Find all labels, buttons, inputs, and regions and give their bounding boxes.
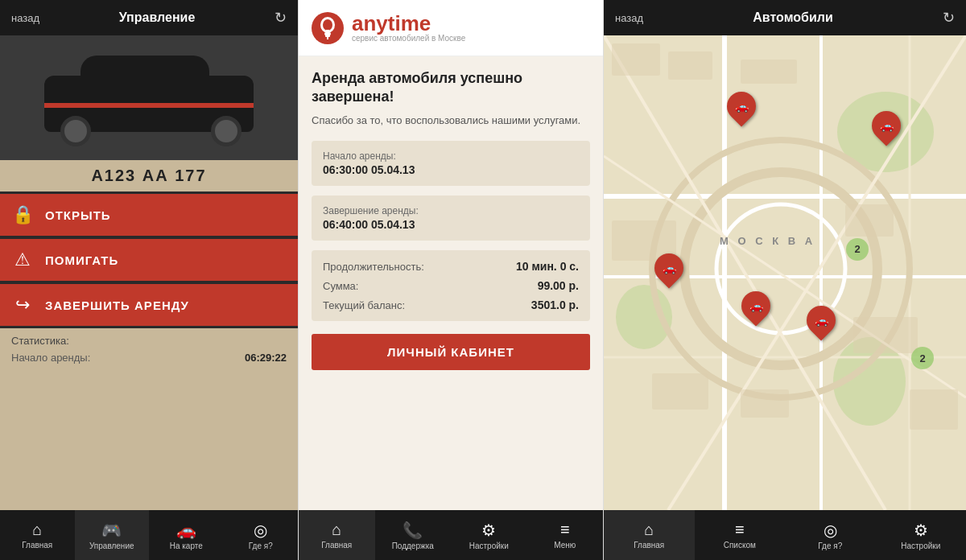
p3-back-button[interactable]: назад — [615, 12, 643, 24]
map-cluster-2[interactable]: 2 — [911, 347, 934, 369]
pin-head-2: 🚗 — [866, 105, 907, 146]
map-pin-1[interactable]: 🚗 — [727, 92, 756, 121]
panel2-nav: ⌂ Главная 📞 Поддержка ⚙ Настройки ≡ Меню — [299, 510, 603, 560]
cluster-count-1: 2 — [854, 243, 860, 255]
phone-icon: 📞 — [402, 521, 423, 540]
nav-map-label: На карте — [170, 541, 203, 550]
brand-tagline: сервис автомобилей в Москве — [352, 34, 465, 43]
p3-nav-settings[interactable]: ⚙ Настройки — [876, 510, 967, 560]
nav-home[interactable]: ⌂ Главная — [0, 510, 75, 560]
panel2-content: Аренда автомобиля успешно завершена! Спа… — [299, 56, 603, 510]
panel3-nav: ⌂ Главная ≡ Списком ◎ Где я? ⚙ Настройки — [604, 510, 966, 560]
plate-area: А123 АА 177 — [0, 160, 298, 191]
map-pin-2[interactable]: 🚗 — [872, 111, 901, 140]
p2-nav-settings-label: Настройки — [469, 541, 509, 550]
stats-start-value: 06:29:22 — [245, 352, 287, 364]
p2-nav-menu[interactable]: ≡ Меню — [527, 510, 604, 560]
p3-nav-where[interactable]: ◎ Где я? — [785, 510, 876, 560]
back-button[interactable]: назад — [11, 12, 39, 24]
warning-icon: ⚠ — [11, 249, 34, 270]
pin-head-3: 🚗 — [649, 247, 690, 288]
map-cluster-1[interactable]: 2 — [846, 238, 869, 261]
brand-area: anytime сервис автомобилей в Москве — [352, 13, 465, 43]
target-icon: ◎ — [254, 521, 267, 540]
car-pin-icon-4: 🚗 — [749, 299, 763, 312]
stats-area: Статистика: Начало аренды: 06:29:22 — [0, 328, 298, 510]
map-pin-5[interactable]: 🚗 — [807, 306, 836, 335]
home-icon-p2: ⌂ — [332, 521, 341, 539]
end-label: Завершение аренды: — [323, 205, 579, 216]
car-stripe — [44, 103, 254, 108]
p3-title: Автомобили — [753, 10, 832, 25]
lightbulb-icon — [319, 16, 336, 40]
balance-row: Текущий баланс: 3501.0 р. — [323, 299, 579, 311]
car-pin-icon-5: 🚗 — [815, 314, 828, 327]
p2-nav-settings[interactable]: ⚙ Настройки — [451, 510, 527, 560]
amount-row: Сумма: 99.00 р. — [323, 279, 579, 292]
target-icon-p3: ◎ — [824, 521, 837, 540]
panel1-nav: ⌂ Главная 🎮 Управление 🚗 На карте ◎ Где … — [0, 510, 298, 560]
rental-start-card: Начало аренды: 06:30:00 05.04.13 — [312, 141, 590, 186]
svg-rect-27 — [652, 373, 708, 410]
start-info-row: Начало аренды: 06:30:00 05.04.13 — [323, 150, 579, 176]
open-label: ОТКРЫТЬ — [45, 208, 111, 222]
open-button[interactable]: 🔒 ОТКРЫТЬ — [0, 194, 298, 236]
svg-rect-5 — [326, 30, 329, 34]
p3-nav-list[interactable]: ≡ Списком — [695, 510, 786, 560]
end-info-row: Завершение аренды: 06:40:00 05.04.13 — [323, 205, 579, 231]
honk-button[interactable]: ⚠ ПОМИГАТЬ — [0, 239, 298, 281]
cabinet-button[interactable]: ЛИЧНЫЙ КАБИНЕТ — [312, 334, 590, 370]
stats-title: Статистика: — [11, 335, 287, 347]
panel1-title: Управление — [119, 10, 196, 25]
svg-rect-23 — [668, 51, 712, 80]
p3-nav-home[interactable]: ⌂ Главная — [604, 510, 695, 560]
start-label: Начало аренды: — [323, 150, 579, 162]
nav-home-label: Главная — [22, 541, 52, 550]
duration-value: 10 мин. 0 с. — [516, 260, 579, 273]
nav-where-label: Где я? — [249, 541, 273, 550]
car-pin-icon-1: 🚗 — [735, 100, 749, 113]
p2-nav-support[interactable]: 📞 Поддержка — [375, 510, 452, 560]
plate-number: А123 АА 177 — [91, 167, 206, 185]
map-pin-3[interactable]: 🚗 — [654, 253, 683, 282]
end-value: 06:40:00 05.04.13 — [323, 218, 579, 231]
success-subtitle: Спасибо за то, что воспользовались нашим… — [312, 113, 590, 128]
cluster-count-2: 2 — [919, 352, 925, 364]
amount-label: Сумма: — [323, 280, 358, 292]
nav-control-label: Управление — [89, 541, 134, 550]
p2-nav-home[interactable]: ⌂ Главная — [299, 510, 375, 560]
home-icon: ⌂ — [32, 521, 42, 539]
car-silhouette — [36, 50, 262, 146]
map-area[interactable]: М О С К В А 🚗 🚗 🚗 🚗 🚗 — [604, 35, 966, 510]
end-label: ЗАВЕРШИТЬ АРЕНДУ — [45, 299, 189, 312]
panel-map: назад Автомобили ↻ — [604, 0, 966, 560]
exit-icon: ↪ — [11, 294, 34, 315]
moscow-label: М О С К В А — [720, 235, 815, 247]
nav-where[interactable]: ◎ Где я? — [224, 510, 299, 560]
control-icon: 🎮 — [101, 521, 122, 540]
refresh-icon[interactable]: ↻ — [275, 9, 287, 27]
panel1-header: назад Управление ↻ — [0, 0, 298, 35]
p3-refresh-icon[interactable]: ↻ — [943, 9, 955, 27]
menu-icon: ≡ — [560, 521, 570, 539]
action-buttons: 🔒 ОТКРЫТЬ ⚠ ПОМИГАТЬ ↪ ЗАВЕРШИТЬ АРЕНДУ — [0, 191, 298, 328]
brand-name: anytime — [352, 13, 465, 34]
svg-rect-24 — [741, 60, 797, 84]
svg-rect-30 — [910, 389, 958, 430]
nav-control[interactable]: 🎮 Управление — [75, 510, 150, 560]
panel-control: назад Управление ↻ А123 АА 177 🔒 ОТКРЫТЬ… — [0, 0, 298, 560]
svg-rect-28 — [741, 389, 789, 418]
success-title: Аренда автомобиля успешно завершена! — [312, 69, 590, 107]
svg-rect-2 — [325, 35, 330, 37]
panel2-header: anytime сервис автомобилей в Москве — [299, 0, 603, 56]
nav-map[interactable]: 🚗 На карте — [149, 510, 224, 560]
car-pin-icon-3: 🚗 — [663, 261, 676, 274]
car-wheel-right — [211, 116, 242, 146]
duration-row: Продолжительность: 10 мин. 0 с. — [323, 260, 579, 273]
gear-icon-p2: ⚙ — [481, 521, 496, 540]
stats-start-row: Начало аренды: 06:29:22 — [11, 352, 287, 364]
rental-end-card: Завершение аренды: 06:40:00 05.04.13 — [312, 196, 590, 241]
map-pin-4[interactable]: 🚗 — [741, 291, 770, 320]
pin-head-4: 🚗 — [736, 286, 777, 327]
end-rental-button[interactable]: ↪ ЗАВЕРШИТЬ АРЕНДУ — [0, 284, 298, 326]
